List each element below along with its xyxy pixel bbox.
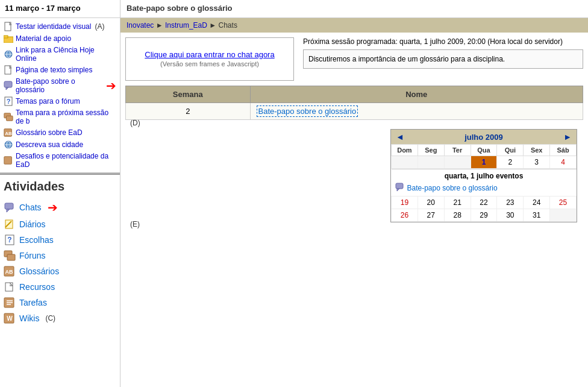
cal-day-22[interactable]: 22 xyxy=(471,197,497,209)
activity-item-glossarios[interactable]: AB Glossários xyxy=(0,263,120,279)
breadcrumb-inovatec[interactable]: Inovatec xyxy=(127,21,154,30)
enter-chat-link[interactable]: Clique aqui para entrar no chat agora xyxy=(145,50,274,59)
event-link[interactable]: Bate-papo sobre o glossário xyxy=(407,184,498,192)
nav-link-descreva[interactable]: Descreva sua cidade xyxy=(16,140,83,149)
diarios-link[interactable]: Diários xyxy=(19,219,46,229)
col-semana: Semana xyxy=(126,86,251,103)
col-nome: Nome xyxy=(250,86,583,103)
nav-item-tema-proxima[interactable]: Tema para a próxima sessão de b xyxy=(0,107,120,127)
arrow-right-icon: ➔ xyxy=(106,78,116,93)
chat-right-info: Próxima sessão programada: quarta, 1 jul… xyxy=(303,37,583,69)
cal-day-empty xyxy=(418,156,444,169)
nav-item-link[interactable]: Link para a Ciência Hoje Online xyxy=(0,45,120,64)
cal-day-27[interactable]: 27 xyxy=(418,209,444,222)
chats-link[interactable]: Chats xyxy=(19,203,42,212)
nav-item-bate-papo[interactable]: Bate-papo sobre o glossário ➔ xyxy=(0,76,120,95)
recursos-icon xyxy=(4,281,16,293)
activity-item-wikis[interactable]: W Wikis (C) xyxy=(0,310,120,326)
nav-link-tema-proxima[interactable]: Tema para a próxima sessão de b xyxy=(16,109,116,125)
cal-day-26[interactable]: 26 xyxy=(392,209,418,222)
nav-link-link[interactable]: Link para a Ciência Hoje Online xyxy=(16,46,116,63)
svg-rect-26 xyxy=(7,254,15,260)
chats-table: Semana Nome 2 Bate-papo sobre o glossári… xyxy=(125,86,583,120)
svg-rect-36 xyxy=(396,183,403,189)
nav-link-pagina[interactable]: Página de texto simples xyxy=(16,66,92,74)
activity-item-diarios[interactable]: Diários xyxy=(0,216,120,232)
recursos-link[interactable]: Recursos xyxy=(19,282,55,292)
cal-day-23[interactable]: 23 xyxy=(497,197,524,209)
activity-item-recursos[interactable]: Recursos xyxy=(0,279,120,295)
cal-day-19[interactable]: 19 xyxy=(392,197,418,209)
nav-item-pagina[interactable]: Página de texto simples xyxy=(0,64,120,76)
left-nav: Testar identidade visual (A) Material de… xyxy=(0,18,120,174)
svg-rect-2 xyxy=(4,36,8,38)
right-panel: Inovatec ► Instrum_EaD ► Chats Clique aq… xyxy=(120,18,588,387)
cal-day-20[interactable]: 20 xyxy=(418,197,444,209)
chat-link[interactable]: Bate-papo sobre o glossário xyxy=(257,105,358,117)
table-section: (D) Semana Nome 2 Bate-papo sobre o glos… xyxy=(120,86,588,126)
nav-item-desafios[interactable]: Desafios e potencialidade da EaD xyxy=(0,151,120,170)
cal-header-seg: Seg xyxy=(418,145,444,156)
nav-item-material[interactable]: Material de apoio xyxy=(0,33,120,45)
cal-day-2[interactable]: 2 xyxy=(497,156,524,169)
svg-rect-18 xyxy=(4,157,11,164)
cal-header-sab: Sáb xyxy=(550,145,577,156)
cal-day-3[interactable]: 3 xyxy=(524,156,550,169)
calendar-prev-btn[interactable]: ◄ xyxy=(396,132,404,142)
nav-item-temas[interactable]: ? Temas para o fórum xyxy=(0,95,120,107)
wikis-icon: W xyxy=(4,312,16,324)
cell-semana: 2 xyxy=(126,103,251,120)
forums-link[interactable]: Fóruns xyxy=(19,251,46,260)
activities-list: Chats ➔ Diários ? Escolhas xyxy=(0,196,120,329)
nav-link-bate-papo[interactable]: Bate-papo sobre o glossário xyxy=(16,77,101,94)
no-frames-text: (Versão sem frames e Javascript) xyxy=(160,60,259,68)
svg-text:W: W xyxy=(7,315,13,322)
chat-description: Discutiremos a importância de um glossár… xyxy=(303,49,583,69)
page-icon xyxy=(4,22,13,31)
nav-item-glossario[interactable]: AB Glossário sobre EaD xyxy=(0,127,120,139)
cal-day-29[interactable]: 29 xyxy=(471,209,497,222)
nav-link-temas[interactable]: Temas para o fórum xyxy=(16,97,80,105)
chats-icon xyxy=(4,201,16,213)
glossary-icon: AB xyxy=(4,128,13,137)
cal-day-31[interactable]: 31 xyxy=(524,209,550,222)
cal-day-24[interactable]: 24 xyxy=(524,197,550,209)
activity-item-escolhas[interactable]: ? Escolhas xyxy=(0,232,120,248)
event-chat-icon xyxy=(395,183,405,194)
proxima-sessao: Próxima sessão programada: quarta, 1 jul… xyxy=(303,37,583,46)
nav-link-material[interactable]: Material de apoio xyxy=(16,34,71,43)
cal-day-21[interactable]: 21 xyxy=(444,197,471,209)
cal-day-4[interactable]: 4 xyxy=(550,156,577,169)
nav-item-descreva[interactable]: Descreva sua cidade xyxy=(0,139,120,151)
glossarios-link[interactable]: Glossários xyxy=(19,266,59,276)
tarefas-link[interactable]: Tarefas xyxy=(19,298,47,307)
escolhas-link[interactable]: Escolhas xyxy=(19,235,54,245)
cal-header-qua: Qua xyxy=(471,145,497,156)
cal-day-1[interactable]: 1 xyxy=(471,156,497,169)
calendar-next-btn[interactable]: ► xyxy=(563,132,572,142)
nav-link-testar[interactable]: Testar identidade visual xyxy=(16,22,91,31)
cal-day-30[interactable]: 30 xyxy=(497,209,524,222)
cal-day-25[interactable]: 25 xyxy=(550,197,577,209)
activity-item-forums[interactable]: Fóruns xyxy=(0,248,120,263)
globe2-icon xyxy=(4,140,13,149)
cal-day-empty xyxy=(392,156,418,169)
activity-item-tarefas[interactable]: Tarefas xyxy=(0,295,120,310)
svg-rect-19 xyxy=(5,203,13,209)
nav-item-testar[interactable]: Testar identidade visual (A) xyxy=(0,20,120,33)
chats-arrow-icon: ➔ xyxy=(48,200,58,215)
label-e: (E) xyxy=(130,220,140,228)
nav-link-glossario[interactable]: Glossário sobre EaD xyxy=(16,128,83,137)
cal-day-empty xyxy=(444,156,471,169)
cal-day-28[interactable]: 28 xyxy=(444,209,471,222)
cal-header-sex: Sex xyxy=(524,145,550,156)
question-icon: ? xyxy=(4,96,13,106)
globe-icon xyxy=(4,49,13,59)
svg-marker-8 xyxy=(6,87,8,90)
cal-week-3: 19 20 21 22 23 24 25 xyxy=(392,197,577,209)
nav-link-desafios[interactable]: Desafios e potencialidade da EaD xyxy=(16,152,116,169)
activity-item-chats[interactable]: Chats ➔ xyxy=(0,198,120,216)
breadcrumb-instrum[interactable]: Instrum_EaD xyxy=(165,21,207,30)
wikis-link[interactable]: Wikis xyxy=(19,313,39,323)
activities-header: Atividades xyxy=(0,175,120,196)
